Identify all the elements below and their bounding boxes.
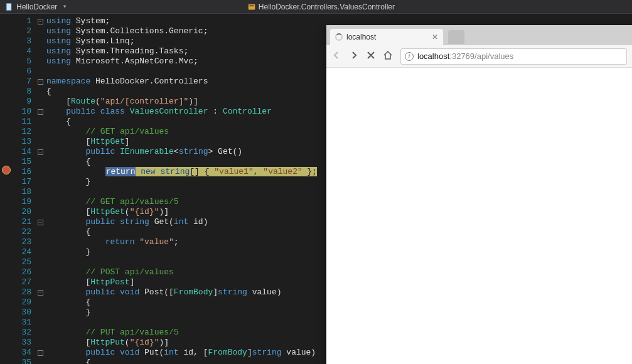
close-icon[interactable]: ✕ bbox=[432, 33, 438, 41]
tab-title: localhost bbox=[346, 33, 376, 41]
class-icon bbox=[247, 3, 256, 11]
nav-file-dropdown[interactable]: HelloDocker ▼ bbox=[0, 0, 72, 13]
nav-member-dropdown[interactable]: HelloDocker.Controllers.ValuesController bbox=[242, 0, 400, 13]
breakpoint-icon[interactable] bbox=[2, 166, 11, 174]
nav-member-label: HelloDocker.Controllers.ValuesController bbox=[259, 3, 395, 11]
svg-rect-2 bbox=[249, 4, 255, 9]
forward-button[interactable] bbox=[349, 50, 359, 62]
new-tab-button[interactable] bbox=[448, 30, 464, 44]
line-number-gutter: 1234567891011121314151617181920212223242… bbox=[13, 14, 38, 364]
url-text: localhost:32769/api/values bbox=[417, 51, 513, 61]
chevron-down-icon: ▼ bbox=[62, 4, 67, 9]
fold-toggle[interactable]: − bbox=[38, 109, 43, 115]
fold-toggle[interactable]: − bbox=[38, 350, 43, 356]
svg-rect-3 bbox=[249, 5, 254, 6]
stop-button[interactable] bbox=[367, 51, 375, 62]
browser-window: localhost ✕ i localhost:32769/api/values bbox=[326, 25, 632, 364]
back-button[interactable] bbox=[331, 50, 341, 62]
home-button[interactable] bbox=[383, 50, 393, 62]
browser-toolbar: i localhost:32769/api/values bbox=[326, 45, 632, 68]
fold-toggle[interactable]: − bbox=[38, 79, 43, 85]
browser-tab-strip: localhost ✕ bbox=[326, 25, 632, 45]
loading-spinner-icon bbox=[335, 33, 343, 41]
fold-toggle[interactable]: − bbox=[38, 149, 43, 155]
csharp-file-icon bbox=[5, 3, 14, 11]
svg-rect-1 bbox=[7, 3, 11, 10]
browser-content bbox=[326, 68, 632, 364]
fold-toggle[interactable]: − bbox=[38, 19, 43, 24]
browser-tab[interactable]: localhost ✕ bbox=[330, 29, 443, 45]
breakpoint-margin[interactable] bbox=[0, 14, 13, 364]
nav-file-label: HelloDocker bbox=[16, 3, 57, 11]
fold-gutter[interactable]: −−−−−−− bbox=[38, 14, 46, 364]
fold-toggle[interactable]: − bbox=[38, 290, 43, 296]
info-icon[interactable]: i bbox=[405, 52, 414, 61]
fold-toggle[interactable]: − bbox=[38, 220, 43, 225]
address-bar[interactable]: i localhost:32769/api/values bbox=[400, 48, 627, 65]
navigation-bar: HelloDocker ▼ HelloDocker.Controllers.Va… bbox=[0, 0, 632, 14]
